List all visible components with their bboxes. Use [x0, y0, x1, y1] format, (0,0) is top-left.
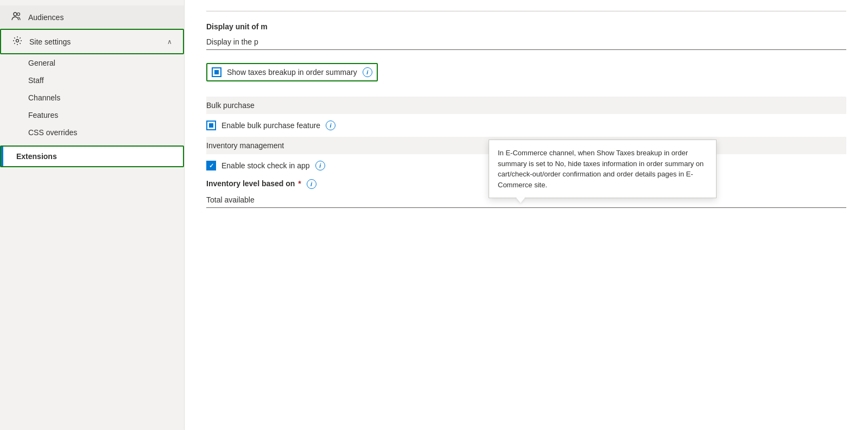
svg-point-2 [16, 40, 19, 42]
svg-point-1 [17, 13, 20, 16]
tooltip-box: In E-Commerce channel, when Show Taxes b… [489, 140, 717, 198]
show-taxes-section: In E-Commerce channel, when Show Taxes b… [206, 61, 846, 88]
site-settings-label: Site settings [29, 37, 71, 46]
bulk-purchase-checkbox[interactable] [206, 121, 216, 130]
display-unit-field: Display unit of m [206, 22, 846, 50]
tooltip-arrow [516, 198, 525, 203]
sidebar-item-extensions[interactable]: Extensions [0, 146, 184, 167]
inventory-info-icon[interactable]: i [315, 161, 325, 170]
audiences-label: Audiences [28, 13, 64, 22]
bulk-purchase-checkbox-row[interactable]: Enable bulk purchase feature i [206, 121, 846, 130]
show-taxes-checkbox[interactable] [212, 67, 221, 77]
top-divider [206, 11, 846, 11]
sidebar-sub-item-features[interactable]: Features [0, 106, 184, 124]
show-taxes-checkbox-row[interactable]: Show taxes breakup in order summary i [206, 63, 378, 81]
sidebar-sub-item-channels[interactable]: Channels [0, 89, 184, 106]
sidebar: Audiences Site settings ∧ General Staff … [0, 0, 185, 430]
display-unit-input-container [206, 34, 846, 50]
show-taxes-info-icon[interactable]: i [363, 67, 372, 77]
site-settings-left: Site settings [12, 35, 71, 48]
extensions-accent-bar [1, 147, 3, 166]
chevron-up-icon: ∧ [167, 38, 172, 46]
sidebar-item-audiences[interactable]: Audiences [0, 5, 184, 29]
bulk-purchase-info-icon[interactable]: i [326, 121, 335, 130]
sidebar-sub-item-css-overrides[interactable]: CSS overrides [0, 124, 184, 141]
inventory-level-info-icon[interactable]: i [307, 179, 316, 189]
tooltip-container: In E-Commerce channel, when Show Taxes b… [489, 140, 717, 198]
display-unit-input[interactable] [206, 34, 846, 50]
tooltip-text: In E-Commerce channel, when Show Taxes b… [498, 149, 704, 189]
bulk-purchase-section-label: Bulk purchase [206, 101, 255, 110]
sidebar-sub-item-staff[interactable]: Staff [0, 72, 184, 89]
bulk-purchase-label: Enable bulk purchase feature [221, 121, 320, 130]
sidebar-item-site-settings[interactable]: Site settings ∧ [0, 29, 184, 54]
inventory-checkbox[interactable] [206, 161, 216, 170]
show-taxes-label: Show taxes breakup in order summary [227, 68, 357, 77]
inventory-checkbox-label: Enable stock check in app [221, 161, 310, 170]
inventory-required-asterisk: * [298, 179, 301, 188]
gear-icon [12, 35, 23, 48]
extensions-label: Extensions [16, 152, 57, 161]
bulk-purchase-section-header: Bulk purchase [206, 97, 846, 114]
display-unit-label: Display unit of m [206, 22, 846, 31]
svg-point-0 [14, 12, 17, 16]
audiences-icon [11, 11, 22, 23]
sidebar-sub-item-general[interactable]: General [0, 54, 184, 72]
inventory-section-label: Inventory management [206, 141, 284, 150]
main-content: Display unit of m In E-Commerce channel,… [185, 0, 868, 430]
